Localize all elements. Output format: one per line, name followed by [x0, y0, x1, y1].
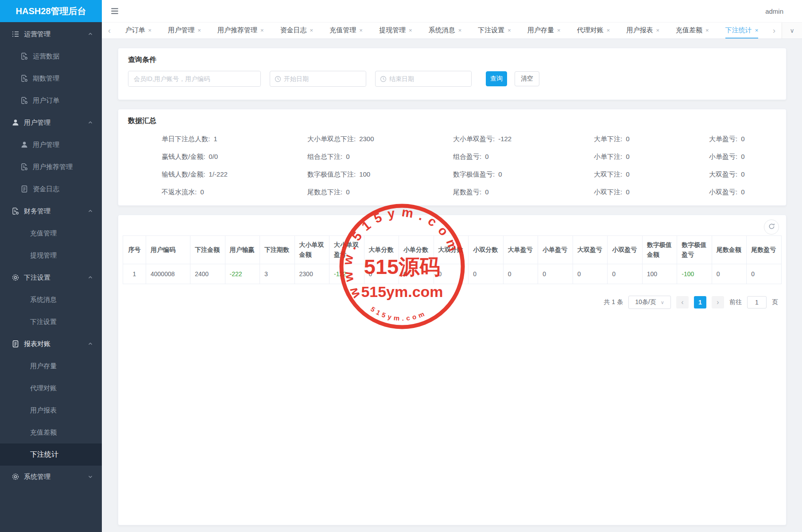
sidebar-item-withdraw-mgmt[interactable]: 提现管理	[0, 244, 102, 266]
sidebar-item-label: 充值管理	[30, 229, 57, 238]
tab-user-stock[interactable]: 用户存量×	[527, 23, 561, 39]
cell-user-code: 4000008	[146, 264, 190, 284]
close-icon[interactable]: ×	[458, 27, 462, 34]
tab-bet-stats[interactable]: 下注统计×	[725, 23, 759, 39]
current-page-button[interactable]: 1	[694, 296, 706, 308]
tab-bet-settings[interactable]: 下注设置×	[478, 23, 511, 39]
sidebar-item-agent-reconcile[interactable]: 代理对账	[0, 377, 102, 399]
tab-recharge-mgmt[interactable]: 充值管理×	[329, 23, 363, 39]
sidebar-group-reports[interactable]: 报表对账	[0, 333, 102, 355]
close-icon[interactable]: ×	[607, 27, 610, 34]
tab-user-orders[interactable]: 户订单×	[125, 23, 152, 39]
sidebar-item-label: 用户推荐管理	[33, 163, 73, 171]
clock-icon	[275, 76, 281, 82]
col-header: 小双分数	[469, 236, 504, 264]
tab-system-message[interactable]: 系统消息×	[429, 23, 462, 39]
sidebar-item-system-message[interactable]: 系统消息	[0, 289, 102, 311]
tab-agent-reconcile[interactable]: 代理对账×	[577, 23, 610, 39]
start-date-input[interactable]	[284, 71, 366, 86]
close-icon[interactable]: ×	[755, 27, 759, 34]
tab-user-referral[interactable]: 用户推荐管理×	[217, 23, 264, 39]
sidebar-item-user-stock[interactable]: 用户存量	[0, 355, 102, 377]
close-icon[interactable]: ×	[198, 27, 201, 34]
refresh-button[interactable]	[764, 220, 779, 235]
cell: 0	[747, 264, 782, 284]
page-size-select[interactable]: 10条/页 ∨	[628, 296, 671, 309]
chevron-up-icon	[88, 208, 93, 215]
goto-page-input[interactable]	[747, 296, 767, 308]
next-page-button[interactable]: ›	[712, 296, 724, 308]
sidebar-item-fund-log[interactable]: 资金日志	[0, 178, 102, 200]
sidebar-item-user-orders[interactable]: 用户订单	[0, 89, 102, 112]
sidebar-group-bet-settings[interactable]: 下注设置	[0, 266, 102, 289]
sidebar-item-recharge-mgmt[interactable]: 充值管理	[0, 222, 102, 244]
tab-recharge-diff[interactable]: 充值差额×	[676, 23, 709, 39]
table-row: 1 4000008 2400 -222 3 2300 -122 0 0 0 0 …	[123, 264, 782, 284]
tabs-scroll-left-icon[interactable]: ‹	[102, 23, 117, 39]
sidebar-item-recharge-diff[interactable]: 充值差额	[0, 421, 102, 443]
sidebar-group-users[interactable]: 用户管理	[0, 112, 102, 134]
bet-stats-table: 序号 用户编码 下注金额 用户输赢 下注期数 大小单双金额 大小单双盈亏 大单分…	[123, 235, 782, 284]
summary-item: 不返水流水:0	[162, 183, 307, 201]
sidebar-group-label: 财务管理	[24, 207, 50, 216]
tab-fund-log[interactable]: 资金日志×	[280, 23, 314, 39]
doc-icon	[12, 340, 19, 348]
tabs-scroll-right-icon[interactable]: ›	[767, 23, 782, 39]
close-icon[interactable]: ×	[656, 27, 659, 34]
col-header: 大双盈亏	[573, 236, 608, 264]
doc-icon	[20, 185, 28, 193]
sidebar-item-label: 提现管理	[30, 251, 57, 260]
close-icon[interactable]: ×	[705, 27, 709, 34]
close-icon[interactable]: ×	[310, 27, 314, 34]
cell: 0	[503, 264, 538, 284]
sidebar-item-bet-stats[interactable]: 下注统计	[0, 443, 102, 466]
sidebar-group-finance[interactable]: 财务管理	[0, 200, 102, 222]
close-icon[interactable]: ×	[508, 27, 511, 34]
sidebar-item-period-mgmt[interactable]: 期数管理	[0, 67, 102, 89]
sidebar-item-user-mgmt[interactable]: 用户管理	[0, 134, 102, 156]
user-icon	[20, 141, 28, 149]
user-menu[interactable]: admin	[765, 8, 783, 15]
close-icon[interactable]: ×	[359, 27, 363, 34]
tab-withdraw-mgmt[interactable]: 提现管理×	[379, 23, 412, 39]
top-bar: admin	[102, 0, 802, 22]
close-icon[interactable]: ×	[557, 27, 561, 34]
hamburger-icon[interactable]	[110, 6, 120, 16]
sidebar-item-user-referral[interactable]: 用户推荐管理	[0, 156, 102, 178]
tab-user-mgmt[interactable]: 用户管理×	[168, 23, 201, 39]
close-icon[interactable]: ×	[409, 27, 412, 34]
goto-suffix: 页	[772, 298, 778, 306]
user-icon	[12, 119, 19, 127]
cell: 0	[573, 264, 608, 284]
tab-user-report[interactable]: 用户报表×	[626, 23, 659, 39]
member-search-input[interactable]	[128, 71, 260, 86]
col-header: 尾数盈亏	[747, 236, 782, 264]
sidebar-item-bet-settings[interactable]: 下注设置	[0, 311, 102, 333]
sidebar-item-operation-data[interactable]: 运营数据	[0, 45, 102, 67]
close-icon[interactable]: ×	[260, 27, 264, 34]
sidebar-group-system[interactable]: 系统管理	[0, 466, 102, 488]
chevron-up-icon	[88, 31, 93, 38]
sidebar-item-user-report[interactable]: 用户报表	[0, 399, 102, 421]
cell: 2300	[294, 264, 329, 284]
sidebar-item-label: 运营数据	[33, 52, 59, 61]
col-header: 序号	[123, 236, 146, 264]
summary-item: 尾数盈亏:0	[453, 183, 594, 201]
col-header: 下注金额	[190, 236, 225, 264]
cell: 0	[712, 264, 747, 284]
end-date-field	[375, 71, 472, 87]
sidebar-group-operations[interactable]: 运营管理	[0, 23, 102, 45]
clear-button[interactable]: 清空	[515, 71, 539, 86]
cell: 0	[364, 264, 399, 284]
sidebar-item-label: 用户订单	[33, 96, 59, 105]
end-date-input[interactable]	[389, 71, 471, 86]
cell: 100	[642, 264, 677, 284]
cell: 0	[469, 264, 504, 284]
close-icon[interactable]: ×	[148, 27, 152, 34]
search-button[interactable]: 查询	[486, 71, 507, 86]
prev-page-button[interactable]: ‹	[676, 296, 689, 308]
cell-bet-amount: 2400	[190, 264, 225, 284]
table-card: 序号 用户编码 下注金额 用户输赢 下注期数 大小单双金额 大小单双盈亏 大单分…	[118, 215, 787, 525]
cell: 0	[434, 264, 469, 284]
tabs-dropdown-icon[interactable]: ∨	[782, 23, 802, 39]
